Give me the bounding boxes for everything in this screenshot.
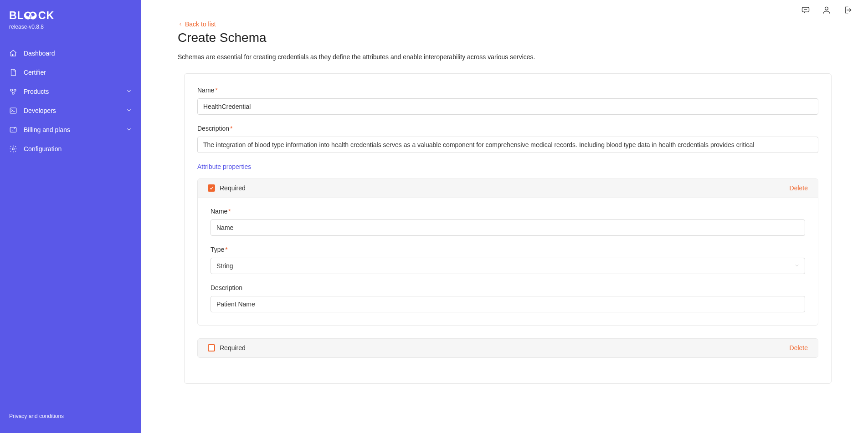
attr-desc-input[interactable] bbox=[211, 296, 805, 312]
back-to-list-link[interactable]: Back to list bbox=[178, 20, 216, 28]
delete-attribute-button[interactable]: Delete bbox=[790, 184, 808, 192]
chat-icon[interactable] bbox=[801, 5, 810, 16]
back-link-label: Back to list bbox=[185, 20, 216, 28]
logo-area: BL CK release-v0.8.8 bbox=[0, 9, 141, 39]
sidebar-item-developers[interactable]: Developers bbox=[0, 101, 141, 120]
sidebar-item-label: Certifier bbox=[24, 69, 46, 76]
logout-icon[interactable] bbox=[843, 5, 852, 16]
file-icon bbox=[9, 68, 17, 76]
logo-wordmark: BL CK bbox=[9, 9, 73, 22]
home-icon bbox=[9, 49, 17, 57]
svg-point-11 bbox=[825, 7, 828, 10]
sidebar: BL CK release-v0.8.8 Dashboard bbox=[0, 0, 141, 433]
required-label: Required bbox=[220, 184, 246, 192]
page-title: Create Schema bbox=[178, 31, 832, 45]
sidebar-item-configuration[interactable]: Configuration bbox=[0, 139, 141, 158]
sidebar-item-certifier[interactable]: Certifier bbox=[0, 63, 141, 82]
logo: BL CK bbox=[9, 9, 132, 22]
boxes-icon bbox=[9, 87, 17, 96]
schema-desc-field-group: Description* bbox=[197, 125, 818, 153]
attribute-properties-title: Attribute properties bbox=[197, 163, 818, 170]
release-version: release-v0.8.8 bbox=[9, 24, 132, 30]
sidebar-item-label: Configuration bbox=[24, 145, 62, 153]
terminal-icon bbox=[9, 107, 17, 115]
sidebar-nav: Dashboard Certifier Products bbox=[0, 39, 141, 408]
svg-rect-5 bbox=[10, 108, 16, 113]
svg-point-4 bbox=[12, 92, 15, 95]
svg-text:CK: CK bbox=[38, 10, 54, 21]
delete-attribute-button[interactable]: Delete bbox=[790, 344, 808, 351]
attr-type-value[interactable] bbox=[211, 258, 805, 274]
required-checkbox[interactable] bbox=[208, 344, 215, 351]
svg-point-3 bbox=[14, 89, 16, 92]
attribute-body: Name* Type* bbox=[198, 198, 818, 325]
svg-text:BL: BL bbox=[9, 10, 24, 21]
svg-point-8 bbox=[12, 148, 15, 150]
main: Back to list Create Schema Schemas are e… bbox=[141, 0, 868, 433]
sidebar-item-dashboard[interactable]: Dashboard bbox=[0, 44, 141, 63]
sidebar-item-label: Products bbox=[24, 88, 49, 95]
attr-type-label: Type* bbox=[211, 246, 805, 253]
attr-desc-label: Description bbox=[211, 284, 805, 291]
content: Back to list Create Schema Schemas are e… bbox=[141, 16, 868, 433]
sidebar-item-label: Billing and plans bbox=[24, 126, 70, 133]
attr-type-select[interactable] bbox=[211, 258, 805, 274]
schema-desc-input[interactable] bbox=[197, 137, 818, 153]
svg-point-2 bbox=[10, 89, 13, 92]
schema-name-input[interactable] bbox=[197, 98, 818, 115]
attribute-header: Required Delete bbox=[198, 179, 818, 198]
sidebar-footer-link[interactable]: Privacy and conditions bbox=[0, 408, 141, 424]
gear-icon bbox=[9, 145, 17, 153]
topbar bbox=[141, 0, 868, 16]
attribute-card: Required Delete bbox=[197, 338, 818, 358]
chevron-left-icon bbox=[178, 21, 183, 27]
schema-desc-label: Description* bbox=[197, 125, 818, 132]
sidebar-item-label: Developers bbox=[24, 107, 56, 114]
schema-name-label: Name* bbox=[197, 87, 818, 94]
schema-name-field-group: Name* bbox=[197, 87, 818, 115]
required-label: Required bbox=[220, 344, 246, 351]
svg-rect-7 bbox=[10, 127, 16, 132]
user-icon[interactable] bbox=[822, 5, 831, 16]
chevron-down-icon bbox=[126, 126, 132, 134]
attr-name-label: Name* bbox=[211, 208, 805, 215]
sidebar-item-billing[interactable]: Billing and plans bbox=[0, 120, 141, 139]
sidebar-item-products[interactable]: Products bbox=[0, 82, 141, 101]
chevron-down-icon bbox=[126, 107, 132, 115]
schema-form-card: Name* Description* Attribute properties bbox=[184, 73, 832, 384]
attribute-header: Required Delete bbox=[198, 339, 818, 357]
attribute-card: Required Delete Name* Type* bbox=[197, 178, 818, 326]
sidebar-item-label: Dashboard bbox=[24, 50, 55, 57]
page-subtitle: Schemas are essential for creating crede… bbox=[178, 53, 832, 61]
edit-icon bbox=[9, 126, 17, 134]
required-checkbox[interactable] bbox=[208, 184, 215, 192]
chevron-down-icon bbox=[126, 88, 132, 96]
attr-name-input[interactable] bbox=[211, 219, 805, 236]
